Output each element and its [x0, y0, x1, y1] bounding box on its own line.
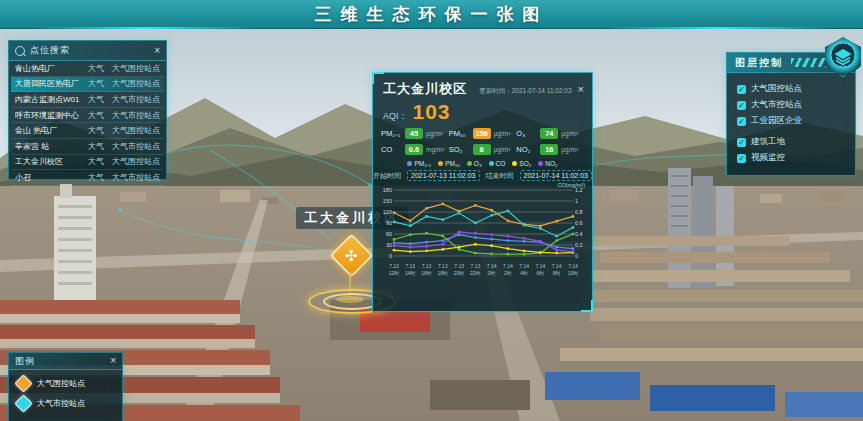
- legend-label: O₃: [474, 160, 482, 167]
- pollutant-item: SO₂ 8 μg/m³: [449, 144, 517, 155]
- close-icon[interactable]: ×: [154, 46, 160, 56]
- station-list-item[interactable]: 大唐回民区热电厂 大气 大气国控站点: [11, 77, 164, 93]
- legend-dot: [438, 161, 443, 166]
- station-list-item[interactable]: 小召 大气 大气市控站点: [11, 170, 164, 186]
- station-type: 大气: [88, 156, 110, 167]
- start-time-input[interactable]: 2021-07-13 11:02:03: [407, 170, 479, 181]
- station-category: 大气市控站点: [110, 172, 160, 183]
- layer-label: 大气市控站点: [751, 99, 802, 111]
- checkbox-checked-icon[interactable]: ✓: [737, 117, 746, 126]
- station-list-item[interactable]: 金山 热电厂 大气 大气国控站点: [11, 123, 164, 139]
- pollutant-unit: μg/m³: [561, 130, 578, 137]
- svg-text:120: 120: [383, 209, 392, 215]
- svg-text:7.13: 7.13: [470, 263, 480, 269]
- legend-dot: [512, 161, 517, 166]
- layer-item[interactable]: ✓ 建筑工地: [737, 136, 847, 148]
- pollutant-value-badge: 16: [540, 144, 558, 155]
- svg-text:20时: 20时: [454, 270, 465, 276]
- svg-text:14时: 14时: [405, 270, 416, 276]
- checkbox-checked-icon[interactable]: ✓: [737, 154, 746, 163]
- station-name: 小召: [15, 172, 88, 183]
- station-name: 金山 热电厂: [15, 125, 88, 136]
- end-time-label: 结束时间: [486, 171, 514, 181]
- layer-item[interactable]: ✓ 工业园区企业: [737, 115, 847, 127]
- station-type: 大气: [88, 63, 110, 74]
- pollutant-unit: mg/m³: [426, 146, 444, 153]
- legend-label: CO: [496, 160, 506, 167]
- layer-label: 工业园区企业: [751, 115, 802, 127]
- chart-legend-item[interactable]: SO₂: [512, 160, 531, 167]
- chart-legend-item[interactable]: NO₂: [538, 160, 557, 167]
- svg-text:12时: 12时: [389, 270, 400, 276]
- station-list-item[interactable]: 辛家营 站 大气 大气市控站点: [11, 139, 164, 155]
- layer-control-panel: 图层控制 ✓ 大气国控站点 ✓ 大气市控站点 ✓ 工业园区企业 ✓ 建筑工地 ✓…: [726, 52, 856, 176]
- chart-legend-item[interactable]: O₃: [467, 160, 482, 167]
- corner-accent: [581, 300, 593, 312]
- diamond-marker-icon: [14, 374, 32, 392]
- layer-panel-title: 图层控制: [735, 56, 783, 70]
- station-name: 呼市环境监测中心: [15, 110, 88, 121]
- svg-text:7.14: 7.14: [536, 263, 546, 269]
- chart-legend-item[interactable]: CO: [489, 160, 506, 167]
- update-time-value: 2021-07-14 11:02:03: [512, 87, 572, 94]
- layer-item[interactable]: ✓ 视频监控: [737, 152, 847, 164]
- svg-text:22时: 22时: [470, 270, 481, 276]
- pollutant-label: PM₂.₅: [381, 129, 402, 138]
- svg-text:60: 60: [386, 231, 392, 237]
- legend-items: 大气国控站点 大气市控站点: [9, 377, 122, 410]
- station-category: 大气市控站点: [110, 110, 160, 121]
- station-name: 青山热电厂: [15, 63, 88, 74]
- pollutant-item: NO₂ 16 μg/m³: [516, 144, 584, 155]
- legend-titlebar: 图例 ×: [9, 353, 122, 370]
- page-title: 三维生态环保一张图: [315, 3, 549, 26]
- time-range-row: 开始时间 2021-07-13 11:02:03 结束时间 2021-07-14…: [373, 168, 592, 182]
- station-category: 大气国控站点: [110, 78, 160, 89]
- svg-text:0.6: 0.6: [575, 220, 583, 226]
- pollutant-value-badge: 156: [473, 128, 491, 139]
- close-icon[interactable]: ×: [578, 84, 584, 94]
- svg-text:7.14: 7.14: [519, 263, 529, 269]
- checkbox-checked-icon[interactable]: ✓: [737, 101, 746, 110]
- svg-text:180: 180: [383, 187, 392, 193]
- update-time: 更新时间：2021-07-14 11:02:03: [479, 87, 577, 96]
- svg-text:6时: 6时: [537, 270, 545, 276]
- svg-text:10时: 10时: [568, 270, 579, 276]
- layers-icon: [834, 48, 852, 66]
- station-search-panel: 点位搜索 × 青山热电厂 大气 大气国控站点 大唐回民区热电厂 大气 大气国控站…: [8, 40, 167, 180]
- map-legend-panel: 图例 × 大气国控站点 大气市控站点: [8, 352, 123, 421]
- svg-text:0.2: 0.2: [575, 242, 583, 248]
- station-list: 青山热电厂 大气 大气国控站点 大唐回民区热电厂 大气 大气国控站点 内蒙古监测…: [9, 61, 166, 186]
- layer-item[interactable]: ✓ 大气市控站点: [737, 99, 847, 111]
- pollutant-item: O₃ 74 μg/m³: [516, 128, 584, 139]
- station-list-item[interactable]: 内蒙古监测点W01 大气 大气市控站点: [11, 92, 164, 108]
- svg-text:8时: 8时: [553, 270, 561, 276]
- station-name: 内蒙古监测点W01: [15, 94, 88, 105]
- end-time-input[interactable]: 2021-07-14 11:02:03: [520, 170, 592, 181]
- legend-dot: [407, 161, 412, 166]
- pollutant-label: CO: [381, 145, 402, 154]
- checkbox-checked-icon[interactable]: ✓: [737, 138, 746, 147]
- station-name: 辛家营 站: [15, 141, 88, 152]
- station-type: 大气: [88, 94, 110, 105]
- layer-item[interactable]: ✓ 大气国控站点: [737, 83, 847, 95]
- pollutant-item: PM₂.₅ 45 μg/m³: [381, 128, 449, 139]
- chart-legend-item[interactable]: PM₁₀: [438, 160, 460, 167]
- station-list-item[interactable]: 工大金川校区 大气 大气国控站点: [11, 155, 164, 171]
- legend-dot: [489, 161, 494, 166]
- pollutant-label: PM₁₀: [449, 129, 470, 138]
- legend-dot: [467, 161, 472, 166]
- station-list-item[interactable]: 呼市环境监测中心 大气 大气市控站点: [11, 108, 164, 124]
- svg-text:2时: 2时: [504, 270, 512, 276]
- chart-legend-item[interactable]: PM₂.₅: [407, 160, 431, 167]
- pollutant-trend-chart[interactable]: CO(mg/m³)1801.215011200.8900.6600.4300.2…: [377, 182, 588, 298]
- search-panel-titlebar: 点位搜索 ×: [9, 41, 166, 61]
- marker-pole: [349, 272, 351, 298]
- legend-label: PM₂.₅: [414, 160, 431, 167]
- close-icon[interactable]: ×: [110, 356, 116, 366]
- station-list-item[interactable]: 青山热电厂 大气 大气国控站点: [11, 61, 164, 77]
- pollutant-unit: μg/m³: [426, 130, 443, 137]
- pollutant-unit: μg/m³: [494, 130, 511, 137]
- svg-text:0: 0: [575, 253, 578, 259]
- checkbox-checked-icon[interactable]: ✓: [737, 85, 746, 94]
- pollutant-value-badge: 74: [540, 128, 558, 139]
